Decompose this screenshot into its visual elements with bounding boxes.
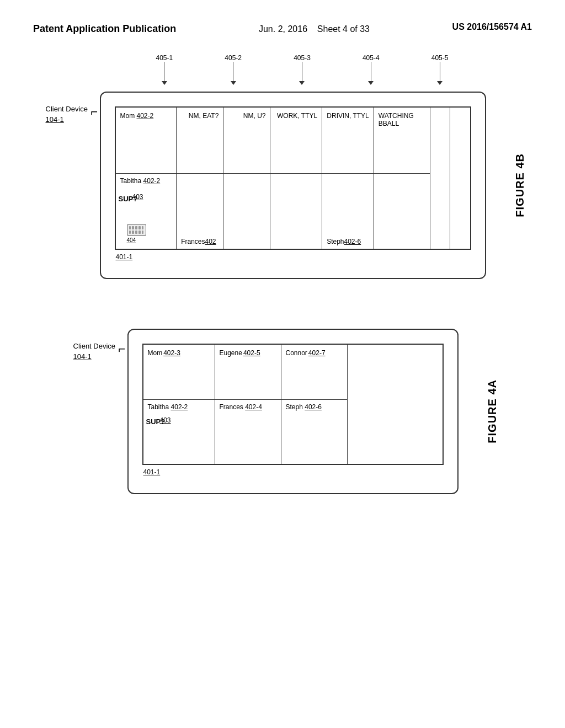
arrow-405-2: 405-2 — [225, 54, 242, 85]
fig4a-cell-eugene: Eugene 402-5 — [215, 345, 281, 400]
fig4b-col-frances-nm: NM, EAT? Frances 402 — [177, 108, 223, 249]
fig4b-cell-watching: WATCHING BBALL — [374, 108, 430, 174]
main-content: Client Device 104-1 ⌐ 405-1 405-2 — [0, 47, 565, 505]
fig4b-col-work-ttyl: WORK, TTYL — [270, 108, 322, 249]
arrow-405-1: 405-1 — [156, 54, 173, 85]
fig4b-cell-mom: Mom 402-2 — [116, 108, 177, 174]
fig4a-cell-frances: Frances 402-4 — [215, 400, 281, 464]
fig4b-cell-steph: Steph 402-6 — [322, 174, 374, 249]
fig4b-cell-tabitha: Tabitha 402-2 403 SUP? — [116, 174, 177, 249]
fig4b-narrow-col-1 — [430, 108, 450, 249]
arrow-405-3: 405-3 — [294, 54, 311, 85]
fig4b-device: Client Device 104-1 ⌐ 405-1 405-2 — [100, 92, 486, 279]
fig4b-screen: 401-1 Mom 402-2 Tabitha 402-2 — [115, 106, 471, 250]
fig4a-device: Client Device 104-1 ⌐ 401-1 Mom 402-3 — [127, 329, 459, 494]
fig4b-screen-label: 401-1 — [116, 253, 133, 261]
fig4a-cell-steph: Steph 402-6 — [281, 400, 347, 464]
fig4a-narrow-col — [348, 345, 443, 464]
fig4b-cell-drivin: DRIVIN, TTYL — [322, 108, 374, 174]
fig4b-cell-work-ttyl: WORK, TTYL — [270, 108, 322, 174]
fig4a-device-label: Client Device 104-1 ⌐ — [73, 341, 116, 362]
fig4b-narrow-col-2 — [450, 108, 470, 249]
arrow-405-4: 405-4 — [363, 54, 380, 85]
fig4a-sup-label: SUP? — [146, 417, 166, 426]
fig4a-cell-tabitha: Tabitha 402-2 403 SUP? — [143, 400, 215, 464]
sheet-info: Sheet 4 of 33 — [317, 24, 370, 34]
fig4b-device-label: Client Device 104-1 ⌐ — [46, 104, 88, 125]
arrow-405-5: 405-5 — [431, 54, 449, 85]
publication-date-sheet: Jun. 2, 2016 Sheet 4 of 33 — [259, 22, 370, 36]
publication-title: Patent Application Publication — [33, 22, 176, 36]
fig4b-cell-frances: Frances 402 — [177, 174, 223, 249]
fig4a-screen: 401-1 Mom 402-3 Tabitha 402-2 403 — [142, 344, 444, 465]
fig4b-col-tabitha: Mom 402-2 Tabitha 402-2 403 SUP? — [116, 108, 177, 249]
fig4b-label: FIGURE 4B — [514, 153, 526, 217]
fig4b-ref-404: 404 — [127, 237, 146, 243]
fig4b-cell-nm-eat: NM, EAT? — [177, 108, 223, 174]
fig4b-sup-label: SUP? — [119, 195, 138, 203]
fig4b-arrow-labels: 405-1 405-2 405-3 — [156, 54, 449, 85]
fig4b-col-watching: WATCHING BBALL — [374, 108, 430, 249]
fig4a-label: FIGURE 4A — [486, 379, 499, 443]
figure-4a-wrapper: Client Device 104-1 ⌐ 401-1 Mom 402-3 — [33, 329, 532, 494]
fig4a-cell-connor: Connor 402-7 — [281, 345, 347, 400]
page-header: Patent Application Publication Jun. 2, 2… — [0, 0, 565, 47]
fig4a-col-connor: Connor 402-7 Steph 402-6 — [281, 345, 348, 464]
fig4a-col-eugene: Eugene 402-5 Frances 402-4 — [215, 345, 281, 464]
fig4a-col-tabitha: Mom 402-3 Tabitha 402-2 403 SUP? — [143, 345, 215, 464]
figure-4b-wrapper: Client Device 104-1 ⌐ 405-1 405-2 — [33, 92, 532, 279]
fig4b-col-nm-u: NM, U? — [223, 108, 270, 249]
fig4a-screen-label: 401-1 — [143, 468, 161, 476]
publication-number: US 2016/156574 A1 — [452, 22, 532, 32]
fig4b-keyboard-icon: 404 — [127, 224, 146, 243]
publication-date: Jun. 2, 2016 — [259, 24, 307, 34]
fig4b-col-drivin: DRIVIN, TTYL Steph 402-6 — [322, 108, 374, 249]
fig4b-cell-nm-u: NM, U? — [223, 108, 270, 174]
fig4a-cell-mom: Mom 402-3 — [143, 345, 215, 400]
